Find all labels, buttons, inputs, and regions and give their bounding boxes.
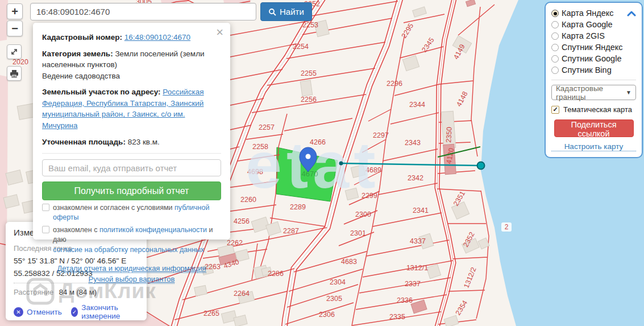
radio-icon[interactable] [551,55,559,63]
thematic-checkbox[interactable]: ✓ [551,106,559,114]
address-label: Земельный участок по адресу: [42,88,161,96]
search-button-label: Найти [280,7,304,16]
print-button[interactable] [7,66,22,81]
divider [42,153,221,154]
search-button[interactable]: Найти [260,2,312,21]
configure-map-link[interactable]: Настроить карту [551,142,636,151]
privacy-checkbox-label: ознакомлен с политикой конфиденциальност… [53,225,221,245]
layer-option-label: Карта 2GIS [562,31,605,40]
thematic-label: Тематическая карта [563,105,632,114]
cadastral-number-link[interactable]: 16:48:090102:4670 [124,33,190,42]
finish-measure-button[interactable]: ✓ Закончить измерение [71,303,139,320]
parcel-number-label: 2306 [319,311,335,319]
parcel-number-label: 2264 [234,290,250,298]
parcel-number-label: 2254 [293,43,309,51]
parcel-number-label: 2350 [444,127,453,143]
layer-option-Спутник Bing[interactable]: Спутник Bing [551,64,636,76]
svg-text:2: 2 [505,223,509,231]
layer-option-Спутник Google[interactable]: Спутник Google [551,53,636,64]
collapse-panel-button[interactable] [627,9,636,19]
cadastral-number-row: Кадастровый номер: 16:48:090102:4670 [42,32,221,43]
parcel-number-label: 2289 [290,203,306,211]
email-input[interactable] [42,159,221,176]
parcel-number-label: 4256 [234,217,250,225]
parcel-number-label: 2343 [405,139,421,147]
parcel-number-label: 2336 [397,296,413,304]
parcel-number-label: 2020 [13,58,28,66]
overlay-select[interactable]: Кадастровые границы ▼ [551,85,636,100]
parcel-info-popup: × Кадастровый номер: 16:48:090102:4670 К… [33,23,230,240]
building [300,80,312,96]
layer-option-label: Спутник Яндекс [562,43,622,52]
category-extra: Ведение садоводства [42,71,221,82]
close-icon[interactable]: × [216,26,223,39]
parcel-number-label: 2253 [302,21,318,29]
radio-icon[interactable] [551,21,559,28]
fullscreen-button[interactable] [7,44,22,59]
radio-icon[interactable] [551,44,559,51]
layer-option-Карта Яндекс[interactable]: Карта Яндекс [551,7,636,19]
parcel-number-label: 2255 [301,69,317,77]
privacy-checkbox[interactable] [42,226,49,233]
layer-option-label: Спутник Bing [562,65,612,75]
parcel-number-label: 4683 [341,258,357,266]
radio-icon[interactable] [551,32,559,40]
layers-panel: Карта ЯндексКарта GoogleКарта 2GISСпутни… [545,2,643,158]
cancel-measure-button[interactable]: ✕ Отменить [14,307,62,317]
parcel-number-label: 2286 [268,270,284,278]
radio-icon[interactable] [551,67,559,74]
parcel-number-label: 2256 [301,96,317,104]
personal-data-link[interactable]: согласие на обработку персональных данны… [53,246,204,254]
parcel-number-label: 2301 [350,229,366,237]
report-details-link[interactable]: Детали отчета и юридическая информация [57,264,206,273]
thematic-map-toggle[interactable]: ✓ Тематическая карта [551,105,636,114]
privacy-policy-link[interactable]: политикой конфиденциальности [99,226,207,234]
layer-option-Карта 2GIS[interactable]: Карта 2GIS [551,30,636,42]
layer-option-Карта Google[interactable]: Карта Google [551,19,636,30]
parcel-number-label: 2304 [330,278,346,286]
layer-option-Спутник Яндекс[interactable]: Спутник Яндекс [551,42,636,53]
parcel-number-label: 2344 [409,101,425,109]
address-row: Земельный участок по адресу: Российская … [42,86,221,131]
zoom-in-button[interactable]: + [7,3,23,19]
overlay-select-value: Кадастровые границы [556,84,626,101]
parcel-number-label: 2335 [389,313,405,321]
zoom-out-button[interactable]: − [7,20,23,36]
parcel-number-label: 2262 [227,239,243,247]
parcel-number-label: 2265 [203,310,219,317]
water-parcel-badge: 2 [501,222,512,232]
category-label: Категория земель: [42,49,113,58]
manual-choice-link[interactable]: Ручной выбор вариантов [89,275,175,284]
check-icon: ✓ [71,307,78,317]
expand-icon [10,47,19,56]
search-input[interactable] [30,3,256,20]
area-value: 823 кв.м. [128,138,160,146]
layer-option-label: Карта Google [562,20,613,29]
selected-parcel-number: 4670 [302,170,318,178]
offer-checkbox-label: ознакомлен и согласен с условиями публич… [53,203,221,222]
parcel-number-label: 2287 [283,227,299,235]
parcel-number-label: 2296 [387,80,402,88]
layer-option-label: Карта Яндекс [562,9,614,18]
cancel-icon: ✕ [14,307,23,317]
base-layer-options: Карта ЯндексКарта GoogleКарта 2GISСпутни… [551,7,636,76]
parcel-number-label: 4337 [410,237,426,245]
get-report-button[interactable]: Получить подробный отчет [42,181,221,200]
search-icon [268,8,276,16]
chevron-up-icon [627,11,636,16]
distance-label: Расстояние [14,288,53,296]
offer-checkbox[interactable] [42,204,49,211]
area-row: Уточненная площадь: 823 кв.м. [42,137,221,148]
parcel-number-label: 1312/1 [406,264,428,272]
parcel-number-label: 2342 [408,174,423,182]
distance-row: Расстояние 84 м (84 м) [14,288,139,296]
print-icon [10,69,19,78]
parcel-number-label: 2337 [405,280,421,288]
distance-value: 84 м (84 м) [59,288,97,296]
area-label: Уточненная площадь: [42,138,126,146]
parcel-number-label: 2300 [355,211,371,218]
parcel-number-label: 2305 [326,295,342,303]
share-link-button[interactable]: Поделиться ссылкой [554,119,634,137]
chevron-down-icon: ▼ [626,89,631,96]
radio-icon[interactable] [551,10,559,17]
